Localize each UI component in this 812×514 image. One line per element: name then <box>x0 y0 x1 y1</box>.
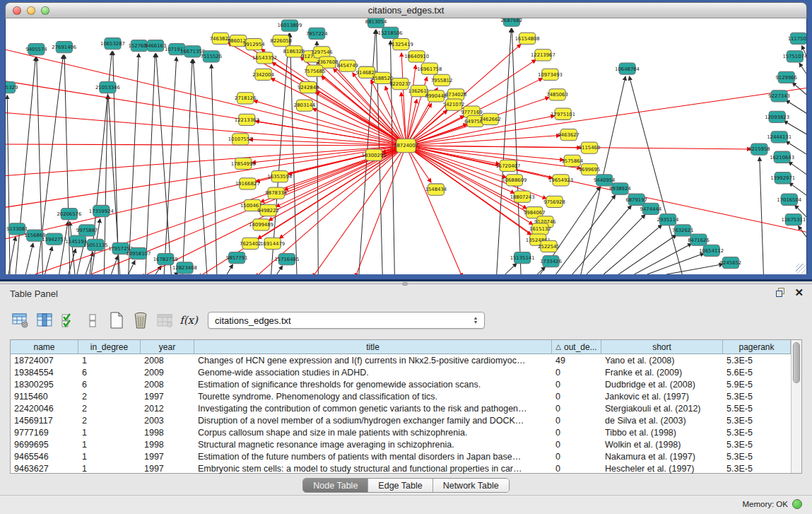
column-header-name[interactable]: name <box>11 340 78 354</box>
table-cell[interactable]: 5.3E-5 <box>723 392 791 402</box>
graph-node[interactable]: 9857791 <box>226 252 248 263</box>
table-cell[interactable]: 18724007 <box>11 356 78 366</box>
network-graph[interactable]: 1872400782260588186328912750812975462367… <box>6 18 806 274</box>
graph-node[interactable]: 10653287 <box>100 37 125 49</box>
table-cell[interactable]: 19384554 <box>11 368 78 378</box>
graph-node[interactable]: 12444131 <box>767 132 792 143</box>
graph-node[interactable]: 2055329 <box>6 81 18 93</box>
graph-node[interactable]: 9245652 <box>720 257 742 269</box>
table-cell[interactable]: Estimation of the future numbers of pati… <box>194 452 552 462</box>
graph-node[interactable]: 7857224 <box>306 28 328 39</box>
table-cell[interactable]: 2009 <box>141 368 194 378</box>
table-row[interactable]: 969969511998Structural magnetic resonanc… <box>11 438 791 450</box>
column-header-in_degree[interactable]: in_degree <box>78 340 141 354</box>
table-row[interactable]: 911546021997Tourette syndrome. Phenomeno… <box>11 390 791 402</box>
tab-edge-table[interactable]: Edge Table <box>367 479 432 492</box>
graph-node[interactable]: 9466163 <box>145 40 167 52</box>
graph-node[interactable]: 15135141 <box>510 252 535 263</box>
table-cell[interactable]: 14569117 <box>11 416 78 426</box>
graph-node[interactable]: 9699695 <box>579 163 601 175</box>
graph-node[interactable]: 9975887 <box>76 225 98 236</box>
graph-node[interactable]: 11325419 <box>389 38 413 49</box>
select-all-icon[interactable] <box>58 310 79 331</box>
table-cell[interactable]: Hescheler et al. (1997) <box>601 464 723 474</box>
graph-node[interactable]: 12213363 <box>235 114 259 125</box>
graph-node[interactable]: 7462662 <box>479 113 501 124</box>
graph-node[interactable]: 7485063 <box>546 89 568 100</box>
graph-node[interactable]: 8226058 <box>271 35 293 46</box>
graph-node[interactable]: 17854998 <box>231 158 256 169</box>
graph-node[interactable]: 7515526 <box>201 51 223 62</box>
table-cell[interactable]: 0 <box>552 440 601 450</box>
table-cell[interactable]: 1 <box>78 464 141 474</box>
table-cell[interactable]: Estimation of significance thresholds fo… <box>194 380 552 390</box>
table-row[interactable]: 1456911722003Disruption of a novel membe… <box>11 414 791 426</box>
graph-node[interactable]: 16543352 <box>252 52 277 64</box>
table-cell[interactable]: Yano et al. (2008) <box>601 356 723 366</box>
table-mode-icon[interactable] <box>10 310 31 331</box>
table-cell[interactable]: 1 <box>78 428 141 438</box>
table-cell[interactable]: 5.3E-5 <box>723 440 791 450</box>
table-cell[interactable]: 9463627 <box>11 464 78 474</box>
table-cell[interactable]: Tourette syndrome. Phenomenology and cla… <box>194 392 552 402</box>
show-columns-icon[interactable] <box>34 310 55 331</box>
column-header-pagerank[interactable]: pagerank <box>723 340 791 354</box>
graph-node[interactable]: 9440954 <box>594 175 616 186</box>
graph-node[interactable]: 2687682 <box>501 18 523 26</box>
graph-node[interactable]: 7632621 <box>672 225 694 236</box>
graph-node[interactable]: 2718126 <box>235 93 257 104</box>
table-row[interactable]: 946362711997Embryonic stem cells: a mode… <box>11 462 791 474</box>
table-cell[interactable]: 2012 <box>141 404 194 414</box>
graph-node[interactable]: 10107552 <box>228 134 253 145</box>
column-header-short[interactable]: short <box>601 340 723 354</box>
table-cell[interactable]: 9699695 <box>11 440 78 450</box>
close-window-button[interactable] <box>13 6 21 15</box>
graph-node[interactable]: 9405574 <box>25 44 47 55</box>
memory-ok-indicator-icon[interactable] <box>792 499 802 509</box>
table-cell[interactable]: 9777169 <box>11 428 78 438</box>
network-canvas[interactable]: 1872400782260588186328912750812975462367… <box>5 18 807 274</box>
table-cell[interactable]: 0 <box>552 380 601 390</box>
graph-node[interactable]: 19654923 <box>548 175 573 186</box>
table-cell[interactable]: 6 <box>78 368 141 378</box>
graph-node[interactable]: 8813054 <box>365 18 387 28</box>
graph-node[interactable]: 12823468 <box>172 262 197 274</box>
graph-node[interactable]: 27691406 <box>52 42 76 53</box>
graph-node[interactable]: 1733426 <box>540 256 562 267</box>
table-cell[interactable]: 5.3E-5 <box>723 428 791 438</box>
table-cell[interactable]: 49 <box>552 356 601 366</box>
graph-node[interactable]: 9115460 <box>579 142 601 153</box>
table-cell[interactable]: 1 <box>78 356 141 366</box>
table-cell[interactable]: Structural magnetic resonance image aver… <box>194 440 552 450</box>
graph-node[interactable]: 9912954 <box>243 38 265 49</box>
float-panel-icon[interactable] <box>776 288 786 298</box>
table-cell[interactable]: 0 <box>552 368 601 378</box>
graph-node[interactable]: 7575685 <box>304 65 326 76</box>
table-cell[interactable]: 0 <box>552 452 601 462</box>
table-selector-dropdown[interactable]: citations_edges.txt ▲▼ <box>208 312 485 329</box>
table-cell[interactable]: Nakamura et al. (1997) <box>601 452 723 462</box>
graph-node[interactable]: 12093823 <box>765 111 789 122</box>
graph-node[interactable]: 2522545 <box>538 240 560 252</box>
graph-node[interactable]: 16782759 <box>153 254 178 265</box>
table-cell[interactable]: 5.9E-5 <box>723 380 791 390</box>
graph-node[interactable]: 10654112 <box>699 245 724 256</box>
table-cell[interactable]: 1 <box>78 452 141 462</box>
vertical-scrollbar[interactable] <box>791 340 801 473</box>
graph-node[interactable]: 12213967 <box>531 49 555 61</box>
table-cell[interactable]: 0 <box>552 464 601 474</box>
table-cell[interactable]: Changes of HCN gene expression and I(f) … <box>194 356 552 366</box>
tab-node-table[interactable]: Node Table <box>303 479 367 492</box>
graph-node[interactable]: 19166827 <box>235 178 260 189</box>
column-header-out_de[interactable]: △out_de... <box>552 340 601 354</box>
table-cell[interactable]: 22420046 <box>11 404 78 414</box>
graph-node[interactable]: 16914479 <box>260 238 285 249</box>
table-cell[interactable]: 2 <box>78 392 141 402</box>
graph-node[interactable]: 8215958 <box>748 144 770 155</box>
graph-node[interactable]: 17359924 <box>89 205 114 216</box>
table-cell[interactable]: 2008 <box>141 356 194 366</box>
graph-node[interactable]: 9129966 <box>775 71 797 83</box>
graph-node[interactable]: 10688609 <box>502 175 527 186</box>
table-cell[interactable]: Investigating the contribution of common… <box>194 404 552 414</box>
delete-table-icon[interactable] <box>130 310 151 331</box>
